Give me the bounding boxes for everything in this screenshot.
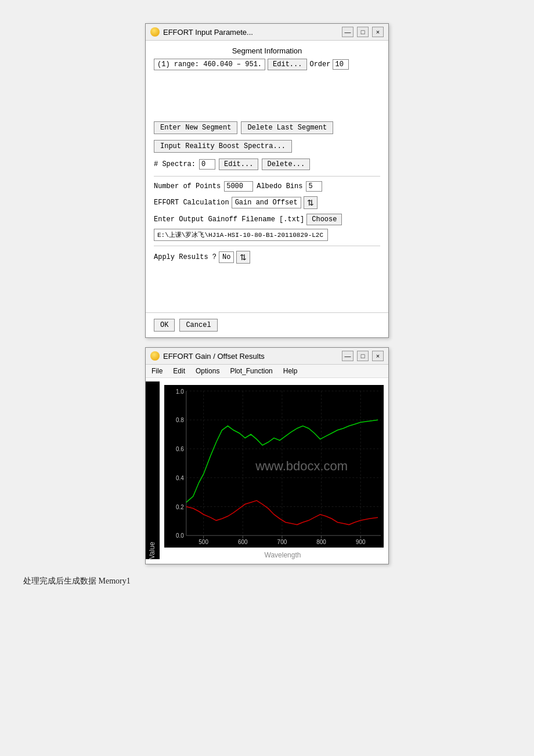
close-btn[interactable]: ×	[372, 27, 384, 37]
filename-box: E:\上课\罗冰飞\HJ1A-HSI-10-80-B1-20110829-L2C	[154, 229, 328, 241]
svg-text:800: 800	[316, 539, 326, 545]
filename-row: E:\上课\罗冰飞\HJ1A-HSI-10-80-B1-20110829-L2C	[154, 229, 380, 241]
dialog1-titlebar: EFFORT Input Paramete... — □ ×	[146, 24, 388, 41]
svg-text:900: 900	[356, 539, 366, 545]
menu-file[interactable]: File	[150, 366, 164, 376]
spacer	[154, 75, 380, 121]
delete-last-segment-btn[interactable]: Delete Last Segment	[241, 121, 333, 134]
spectra-input[interactable]	[199, 159, 215, 170]
menu-help[interactable]: Help	[282, 366, 299, 376]
apply-row: Apply Results ? No ⇅	[154, 251, 380, 264]
svg-text:700: 700	[277, 539, 287, 545]
calc-label: EFFORT Calculation	[154, 199, 229, 207]
choose-btn[interactable]: Choose	[306, 214, 342, 225]
svg-text:0.4: 0.4	[176, 475, 184, 481]
divider2	[154, 246, 380, 246]
input-reality-boost-btn[interactable]: Input Reality Boost Spectra...	[154, 140, 292, 153]
delete-spectra-btn[interactable]: Delete...	[262, 159, 310, 170]
svg-text:0.8: 0.8	[176, 417, 184, 423]
dialog1-title: EFFORT Input Paramete...	[163, 28, 338, 37]
calc-row: EFFORT Calculation Gain and Offset ⇅	[154, 196, 380, 209]
menu-options[interactable]: Options	[194, 366, 221, 376]
order-label: Order	[309, 60, 330, 69]
svg-text:0.0: 0.0	[176, 532, 184, 539]
output-label: Enter Output Gainoff Filename [.txt]	[154, 215, 304, 224]
maximize-btn[interactable]: □	[357, 27, 369, 37]
spectra-label: # Spectra:	[154, 160, 196, 168]
albedo-label: Albedo Bins	[257, 182, 302, 190]
chart-menubar: File Edit Options Plot_Function Help	[146, 365, 388, 378]
segment-value: (1) range: 460.040 – 951.	[154, 59, 265, 70]
svg-text:500: 500	[199, 539, 208, 545]
calc-sort-btn[interactable]: ⇅	[304, 196, 317, 209]
dialog1-footer: OK Cancel	[146, 312, 388, 337]
menu-plot-function[interactable]: Plot_Function	[229, 366, 273, 376]
cancel-btn[interactable]: Cancel	[179, 319, 217, 332]
spacer-bottom	[154, 264, 380, 304]
x-axis-label: Wavelength	[160, 551, 388, 559]
svg-text:1.0: 1.0	[176, 388, 184, 394]
effort-chart-dialog: EFFORT Gain / Offset Results — □ × File …	[145, 347, 389, 564]
effort-input-dialog: EFFORT Input Paramete... — □ × Segment I…	[145, 23, 389, 338]
dialog2-title: EFFORT Gain / Offset Results	[163, 352, 338, 361]
apply-label: Apply Results ?	[154, 253, 217, 261]
svg-text:0.2: 0.2	[176, 503, 184, 510]
spectra-row: # Spectra: Edit... Delete...	[154, 159, 380, 170]
calc-dropdown[interactable]: Gain and Offset	[232, 197, 301, 208]
segment-action-row: Enter New Segment Delete Last Segment	[154, 121, 380, 134]
edit-segment-btn[interactable]: Edit...	[268, 59, 307, 70]
points-label: Number of Points	[154, 182, 221, 190]
chart-svg: 1.0 0.8 0.6 0.4 0.2 0.0 500 600 700 800 …	[164, 385, 384, 548]
output-row: Enter Output Gainoff Filename [.txt] Cho…	[154, 214, 380, 225]
apply-value[interactable]: No	[219, 251, 234, 263]
order-input[interactable]	[333, 59, 349, 70]
effort-icon	[150, 27, 160, 37]
segment-row: (1) range: 460.040 – 951. Edit... Order	[154, 59, 380, 70]
enter-new-segment-btn[interactable]: Enter New Segment	[154, 121, 237, 134]
close-btn2[interactable]: ×	[372, 351, 384, 361]
minimize-btn2[interactable]: —	[342, 351, 353, 361]
dialog2-titlebar: EFFORT Gain / Offset Results — □ ×	[146, 348, 388, 365]
albedo-input[interactable]	[306, 181, 322, 192]
points-input[interactable]	[224, 181, 253, 192]
chart-area: www.bdocx.com 1.0 0.8 0.6	[164, 385, 384, 548]
menu-edit[interactable]: Edit	[172, 366, 186, 376]
effort-icon2	[150, 351, 160, 361]
edit-spectra-btn[interactable]: Edit...	[219, 159, 258, 170]
y-axis-label: Value	[146, 381, 160, 559]
caption-text: 处理完成后生成数据 Memory1	[12, 576, 131, 586]
divider1	[154, 176, 380, 177]
input-reality-row: Input Reality Boost Spectra...	[154, 140, 380, 153]
svg-text:0.6: 0.6	[176, 446, 184, 452]
apply-sort-btn[interactable]: ⇅	[236, 251, 250, 264]
points-row: Number of Points Albedo Bins	[154, 181, 380, 192]
maximize-btn2[interactable]: □	[357, 351, 369, 361]
segment-info-label: Segment Information	[154, 46, 380, 55]
svg-text:600: 600	[238, 539, 248, 545]
ok-btn[interactable]: OK	[154, 319, 175, 332]
minimize-btn[interactable]: —	[342, 27, 353, 37]
dialog1-body: Segment Information (1) range: 460.040 –…	[146, 41, 388, 312]
